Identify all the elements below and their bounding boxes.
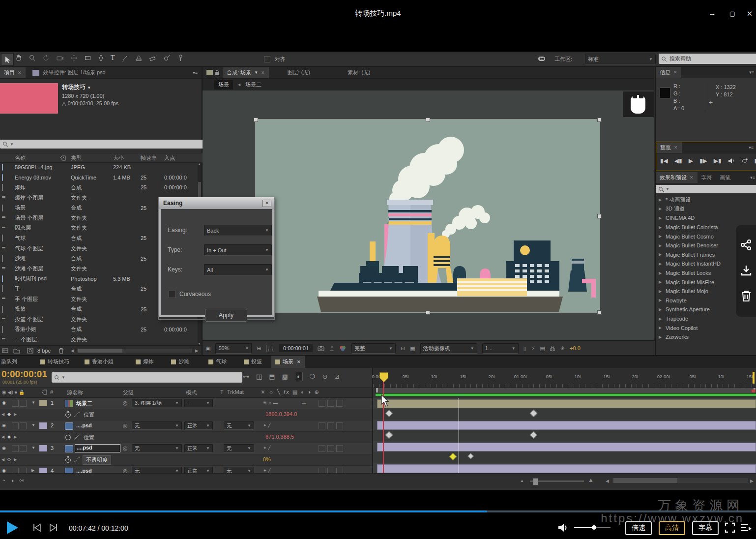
prev-frame-icon[interactable]: ◀▮ [674,157,682,164]
selection-tool-icon[interactable] [1,53,14,66]
timeline-search-input[interactable]: ▼ [52,372,242,383]
share-icon[interactable] [740,239,752,251]
stopwatch-icon[interactable] [65,411,71,418]
parent-dropdown[interactable]: 无▼ [132,444,182,452]
audio-icon[interactable] [728,158,735,164]
item-name[interactable]: 爆炸 [15,184,60,191]
tab-composition[interactable]: 合成: 场景 ▼✕ [223,67,269,78]
item-name[interactable]: 场景 [15,204,60,211]
comp-image[interactable] [256,120,600,312]
region-of-interest-icon[interactable]: ▣ [205,345,210,352]
graph-editor-icon[interactable]: ⊿ [334,373,340,380]
layer-color-swatch[interactable] [39,422,47,429]
t-column[interactable]: T [220,389,224,395]
effects-tree-item[interactable]: ▶ Zaxwerks [656,332,756,342]
kf-next-icon[interactable]: ▶ [14,457,17,462]
item-name[interactable]: 沙滩 [15,255,60,262]
hand-tool-icon[interactable] [15,54,22,62]
tab-footage[interactable]: 素材: (无) [344,67,374,78]
pixel-aspect-icon[interactable]: ▯ [523,345,526,352]
property-row-opacity[interactable]: ◀ ◇ ▶ 不透明度 0% [0,454,372,466]
play-icon[interactable]: ▶ [689,157,693,164]
project-item-row[interactable]: ... 个图层 文件夹 [0,334,198,345]
subtitle-button[interactable]: 字幕 [692,521,719,535]
expand-arrow-icon[interactable]: ▶ [656,207,666,211]
tl-scroll-right-icon[interactable]: ▶ [750,479,754,483]
layer-row-1[interactable]: ◉ ▼ 1 场景二 ◎ 3. 图层 1/场▼ -▼ ✳ ☼ ▬ ▬ [0,398,372,409]
ram-preview-icon[interactable]: ▮ [755,157,756,164]
motion-blur-icon[interactable]: ◐ [295,372,303,381]
kf-next-icon[interactable]: ▶ [14,412,17,417]
timeline-comp-tab[interactable]: 转场技巧 [40,356,69,368]
exposure-reset-icon[interactable]: ✳ [560,345,565,352]
expand-arrow-icon[interactable]: ▶ [656,326,666,330]
project-item-row[interactable]: Energy 03.mov QuickTime 1.4 MB 25 0:00:0… [0,173,198,183]
kf-prev-icon[interactable]: ◀ [1,435,4,439]
layer-name[interactable]: 场景二 [76,400,92,407]
item-name[interactable]: 气球 个图层 [15,245,60,252]
interpret-footage-icon[interactable] [2,348,8,354]
timeline-comp-tab[interactable]: 爆炸 [136,356,154,368]
timeline-timecode[interactable]: 0:00:00:01 [1,369,47,380]
expand-arrow-icon[interactable]: ▶ [656,262,666,266]
expand-arrow-icon[interactable]: ▶ [656,198,666,202]
property-value[interactable]: 0% [263,456,271,462]
item-name[interactable]: 爆炸 个图层 [15,194,60,202]
col-fps[interactable]: 帧速率 [141,154,164,162]
col-in[interactable]: 入点 [164,154,204,162]
brush-tool-icon[interactable] [121,54,129,62]
kf-toggle-icon[interactable]: ◇ [7,457,11,462]
twirl-icon[interactable]: ▼ [31,423,35,427]
play-button[interactable] [7,521,18,534]
hd-button[interactable]: 高清 [659,521,685,535]
workspace-dropdown[interactable]: 标准▼ [585,54,656,64]
pickwhip-icon[interactable]: ◎ [123,445,128,451]
roto-brush-tool-icon[interactable] [163,54,171,62]
layer-bar-2[interactable] [377,421,756,430]
mask-toggle-icon[interactable]: ⬚ [266,345,274,352]
panel-menu-icon[interactable]: ▾≡ [750,175,755,180]
viewer-timecode[interactable]: 0:00:00:01 [279,344,313,352]
selection-handle[interactable] [597,118,602,122]
layer-bar-1[interactable] [377,399,756,408]
selection-handle[interactable] [426,310,430,315]
expand-arrow-icon[interactable]: ▶ [656,289,666,294]
trash-icon[interactable] [58,348,64,354]
delete-icon[interactable] [741,290,752,302]
selection-handle[interactable] [426,118,430,122]
panel-menu-icon[interactable]: ▾≡ [749,145,754,150]
col-size[interactable]: 大小 [113,154,141,162]
layer-name[interactable]: ....psd [76,422,92,428]
label-column-icon[interactable] [41,389,47,395]
project-item-row[interactable]: 59G58PI...4.jpg JPEG 224 KB [0,162,198,173]
trkmat-dropdown[interactable]: 无▼ [224,421,254,430]
lock-icon[interactable] [215,70,220,76]
fast-preview-icon[interactable]: ⚡ [531,345,535,352]
project-columns-header[interactable]: 名称 类型 大小 帧速率 入点 [0,153,204,163]
trkmat-column[interactable]: TrkMat [227,389,244,395]
hscroll-right-icon[interactable]: ▶ [195,348,199,353]
brainstorm-icon[interactable]: ❍ [310,373,316,380]
minimize-button[interactable]: – [706,8,719,20]
tab-character[interactable]: 字符 [698,172,716,183]
item-name[interactable]: 投篮 [15,305,60,313]
timeline-comp-tab[interactable]: 投篮 [244,356,262,368]
item-name[interactable]: 投篮 个图层 [15,316,60,323]
maximize-button[interactable]: ▢ [726,8,739,20]
breadcrumb-parent[interactable]: 场景二 [245,81,262,89]
easing-titlebar[interactable]: Easing ✕ [159,197,274,209]
kf-toggle-icon[interactable]: ◆ [7,434,11,439]
timeline-comp-tab[interactable]: 沙滩 [171,356,189,368]
eraser-tool-icon[interactable] [149,54,157,62]
hide-shy-icon[interactable]: ⬒ [269,373,275,380]
time-ruler[interactable]: 0:00f 05f 10f 15f 20f 01:00f 05f 10f [373,368,756,388]
tab-info[interactable]: 信息✕ [656,67,681,78]
parent-dropdown[interactable]: 无▼ [132,421,182,430]
transparency-grid-icon[interactable]: ▦ [410,345,415,352]
property-name[interactable]: 不透明度 [83,455,111,465]
tab-effect-controls[interactable]: 效果控件: 图层 1/场景.psd [43,67,110,78]
effects-tree-item[interactable]: ▶ 3D 通道 [656,205,756,214]
stopwatch-icon[interactable] [65,433,71,441]
property-row-position-1[interactable]: ◀ ◆ ▶ 位置 1860.0,394.0 [0,409,372,420]
timeline-comp-tab[interactable]: 气球 [208,356,227,368]
